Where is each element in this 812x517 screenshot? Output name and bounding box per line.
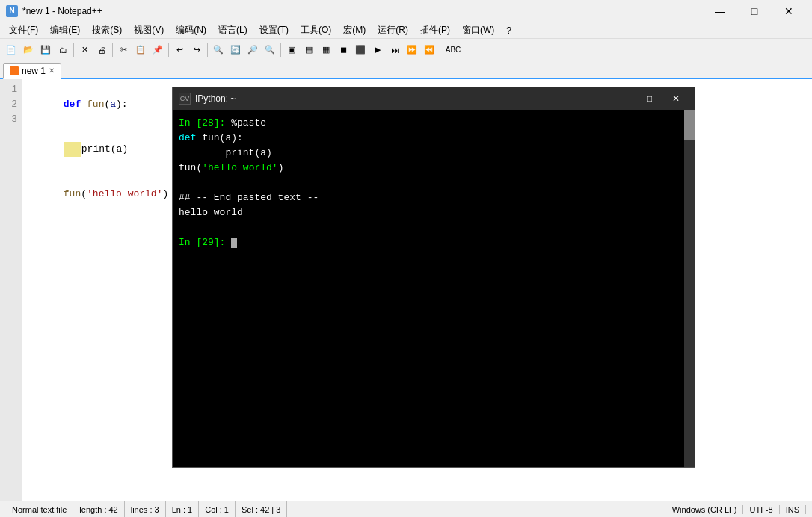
terminal-content[interactable]: In [28]: %paste def fun(a): print(a) fun… — [173, 110, 695, 467]
title-bar-left: N *new 1 - Notepad++ — [6, 5, 102, 17]
tb-undo[interactable]: ↩ — [171, 42, 188, 58]
title-bar: N *new 1 - Notepad++ — □ ✕ — [0, 0, 812, 22]
line-number-3: 3 — [4, 112, 17, 127]
menu-help[interactable]: ? — [500, 24, 517, 37]
menu-file[interactable]: 文件(F) — [3, 22, 44, 38]
terminal-close[interactable]: ✕ — [662, 90, 689, 108]
terminal-line-5 — [179, 176, 689, 191]
status-encoding: Windows (CR LF) — [666, 505, 744, 514]
tb-copy[interactable]: 📋 — [132, 42, 149, 58]
indent-marker — [64, 142, 81, 157]
status-ln: Ln : 1 — [166, 501, 200, 517]
tb-b4[interactable]: ◼ — [335, 42, 351, 58]
tb-sep-3 — [168, 43, 169, 57]
tb-b3[interactable]: ▦ — [318, 42, 334, 58]
tb-save[interactable]: 💾 — [37, 42, 54, 58]
terminal-line-2: def fun(a): — [179, 131, 689, 146]
tab-close-button[interactable]: ✕ — [49, 66, 55, 75]
tb-b9[interactable]: ⏪ — [421, 42, 437, 58]
status-lines: lines : 3 — [125, 501, 166, 517]
tb-open[interactable]: 📂 — [20, 42, 37, 58]
line-number-2: 2 — [4, 97, 17, 112]
terminal-minimize[interactable]: — — [610, 90, 636, 108]
terminal-titlebar: CV IPython: ~ — □ ✕ — [173, 87, 695, 110]
tb-paste[interactable]: 📌 — [150, 42, 166, 58]
tb-sep-6 — [440, 43, 440, 57]
minimize-button[interactable]: — — [703, 0, 737, 22]
tb-print[interactable]: 🖨 — [93, 42, 110, 58]
terminal-scrollbar[interactable] — [684, 110, 695, 467]
menu-macro[interactable]: 宏(M) — [337, 22, 372, 38]
status-sel: Sel : 42 | 3 — [236, 501, 287, 517]
tb-close[interactable]: ✕ — [76, 42, 93, 58]
terminal-line-7: hello world — [179, 205, 689, 220]
terminal-cursor — [231, 238, 237, 248]
keyword-def: def — [64, 99, 87, 110]
status-insert: INS — [780, 505, 806, 514]
tb-zoom-in[interactable]: 🔎 — [244, 42, 261, 58]
status-charset: UTF-8 — [743, 505, 779, 514]
tb-b5[interactable]: ⬛ — [352, 42, 369, 58]
terminal-line-8 — [179, 220, 689, 235]
function-name: fun — [87, 99, 104, 110]
tb-b6[interactable]: ▶ — [369, 42, 386, 58]
tb-abc[interactable]: ABC — [443, 42, 464, 58]
status-bar: Normal text file length : 42 lines : 3 L… — [0, 501, 812, 517]
menu-plugin[interactable]: 插件(P) — [414, 22, 456, 38]
tb-sep-5 — [280, 43, 281, 57]
menu-settings[interactable]: 设置(T) — [253, 22, 295, 38]
tab-label: new 1 — [22, 66, 46, 76]
terminal-controls: — □ ✕ — [610, 90, 689, 108]
terminal-title: IPython: ~ — [195, 93, 236, 104]
menu-tools[interactable]: 工具(O) — [295, 22, 337, 38]
tb-b2[interactable]: ▤ — [301, 42, 317, 58]
menu-view[interactable]: 视图(V) — [128, 22, 170, 38]
scrollbar-thumb[interactable] — [684, 110, 695, 140]
terminal-line-4: fun('hello world') — [179, 161, 689, 176]
tb-b7[interactable]: ⏭ — [387, 42, 403, 58]
tb-sep-1 — [73, 43, 74, 57]
status-right: Windows (CR LF) UTF-8 INS — [666, 505, 806, 514]
terminal-title-left: CV IPython: ~ — [179, 93, 236, 105]
tb-cut[interactable]: ✂ — [115, 42, 132, 58]
terminal-line-9: In [29]: — [179, 235, 689, 250]
window-title: *new 1 - Notepad++ — [22, 6, 102, 16]
menu-edit[interactable]: 编辑(E) — [44, 22, 86, 38]
status-length: length : 42 — [73, 501, 124, 517]
terminal-line-6: ## -- End pasted text -- — [179, 191, 689, 205]
tb-find[interactable]: 🔍 — [210, 42, 227, 58]
terminal-window: CV IPython: ~ — □ ✕ In [28]: %paste def … — [172, 87, 695, 468]
terminal-maximize[interactable]: □ — [636, 90, 662, 108]
editor-area: 1 2 3 def fun(a): print(a) fun('hello wo… — [0, 79, 812, 501]
close-button[interactable]: ✕ — [772, 0, 806, 22]
toolbar: 📄 📂 💾 🗂 ✕ 🖨 ✂ 📋 📌 ↩ ↪ 🔍 🔄 🔎 🔍 ▣ ▤ ▦ ◼ ⬛ … — [0, 39, 812, 61]
menu-search[interactable]: 搜索(S) — [86, 22, 128, 38]
title-controls: — □ ✕ — [703, 0, 806, 22]
tab-bar: new 1 ✕ — [0, 61, 812, 79]
terminal-line-3: print(a) — [179, 146, 689, 161]
line-numbers: 1 2 3 — [0, 79, 22, 501]
terminal-line-1: In [28]: %paste — [179, 116, 689, 131]
maximize-button[interactable]: □ — [737, 0, 772, 22]
tb-zoom-out[interactable]: 🔍 — [262, 42, 278, 58]
line-number-1: 1 — [4, 82, 17, 97]
menu-encode[interactable]: 编码(N) — [170, 22, 212, 38]
tab-icon — [10, 66, 19, 75]
tb-save-all[interactable]: 🗂 — [55, 42, 71, 58]
app-icon: N — [6, 5, 18, 17]
terminal-icon: CV — [179, 93, 191, 105]
menu-window[interactable]: 窗口(W) — [456, 22, 500, 38]
tb-new[interactable]: 📄 — [3, 42, 19, 58]
tb-sep-2 — [112, 43, 113, 57]
tb-b8[interactable]: ⏩ — [404, 42, 420, 58]
tb-redo[interactable]: ↪ — [188, 42, 205, 58]
status-filetype: Normal text file — [6, 501, 73, 517]
menu-run[interactable]: 运行(R) — [372, 22, 414, 38]
menu-language[interactable]: 语言(L) — [212, 22, 253, 38]
tab-new1[interactable]: new 1 ✕ — [3, 63, 61, 79]
tb-replace[interactable]: 🔄 — [227, 42, 244, 58]
menu-bar: 文件(F) 编辑(E) 搜索(S) 视图(V) 编码(N) 语言(L) 设置(T… — [0, 22, 812, 39]
status-col: Col : 1 — [199, 501, 236, 517]
tb-sep-4 — [207, 43, 208, 57]
tb-b1[interactable]: ▣ — [283, 42, 300, 58]
